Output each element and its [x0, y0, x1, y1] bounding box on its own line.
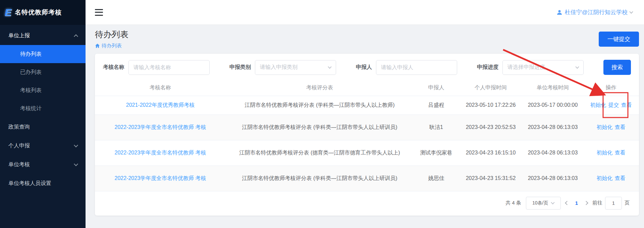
next-page-icon[interactable] — [584, 201, 588, 205]
table-row: 2022-2023学年度全市名特优教师 考核 江阴市名特优教师考核评分表 (德育… — [95, 140, 639, 166]
assessment-name-link[interactable]: 2022-2023学年度全市名特优教师 考核 — [115, 175, 206, 181]
applicant-cell: 姚思佳 — [414, 166, 459, 191]
apply-type-select[interactable]: 请输入申报类别 — [255, 60, 336, 75]
sidebar-item-unit-report[interactable]: 单位上报 — [0, 26, 86, 45]
unit-time-cell: 2023-04-28 06:13:03 — [523, 115, 583, 140]
sidebar-item-label: 单位上报 — [8, 32, 30, 39]
sidebar-item-unit-assessment[interactable]: 单位考核 — [0, 155, 86, 174]
user-menu[interactable]: 杜佳宁@江阴行知云学校 — [556, 8, 633, 16]
apply-progress-select[interactable]: 请选择申报进度 — [502, 60, 584, 75]
sidebar-item-todo-list[interactable]: 待办列表 — [0, 45, 86, 63]
view-link[interactable]: 查看 — [621, 101, 632, 109]
init-link[interactable]: 初始化 — [590, 101, 606, 109]
total-count: 共 4 条 — [505, 200, 521, 206]
score-form-cell: 江阴市名特优教师考核评分表 (学科类—江阴市带头人以上教师) — [226, 96, 414, 115]
chevron-down-icon — [575, 65, 579, 69]
sidebar-item-done-list[interactable]: 已办列表 — [0, 63, 86, 81]
operations-cell: 初始化 提交 查看 — [586, 101, 636, 109]
goto-page-input[interactable] — [605, 197, 622, 210]
chevron-down-icon — [74, 162, 78, 166]
app-root: E 名特优教师考核 单位上报 待办列表 已办列表 考核列表 考核统计 政策查询 — [0, 0, 644, 228]
page-title: 待办列表 — [95, 29, 128, 40]
sidebar-item-assessment-stats[interactable]: 考核统计 — [0, 99, 86, 118]
filter-label: 申报类别 — [229, 64, 251, 71]
view-link[interactable]: 查看 — [615, 149, 626, 157]
sidebar-item-label: 考核列表 — [20, 87, 42, 94]
user-name: 杜佳宁@江阴行知云学校 — [565, 8, 628, 16]
assessment-name-link[interactable]: 2022-2023学年度全市名特优教师 考核 — [115, 150, 206, 155]
unit-time-cell: 2023-05-17 00:00:00 — [523, 96, 583, 115]
filter-label: 申报人 — [356, 64, 372, 71]
table-row: 2022-2023学年度全市名特优教师 考核 江阴市名特优教师考核评分表 (学科… — [95, 115, 639, 140]
chevron-down-icon — [328, 65, 331, 69]
sidebar-item-label: 已办列表 — [20, 69, 42, 76]
chevron-down-icon — [74, 143, 78, 147]
operations-cell: 初始化 查看 — [586, 123, 636, 131]
sidebar-item-label: 政策查询 — [8, 124, 30, 131]
breadcrumb-item: 待办列表 — [102, 43, 122, 49]
init-link[interactable]: 初始化 — [597, 174, 613, 182]
breadcrumb[interactable]: 待办列表 — [95, 43, 128, 49]
page-header: 待办列表 待办列表 一键提交 — [95, 29, 639, 49]
chevron-down-icon — [551, 200, 555, 204]
applicant-cell: 耿洁1 — [414, 115, 459, 140]
col-apply-time: 个人申报时间 — [459, 80, 523, 96]
filter-bar: 考核名称 申报类别 请输入申报类别 申报人 — [95, 54, 639, 80]
goto-label: 前往 — [592, 200, 602, 206]
unit-time-cell: 2023-04-28 06:13:03 — [523, 166, 583, 191]
col-score-form: 考核评分表 — [226, 80, 414, 96]
select-placeholder: 请输入申报类别 — [260, 64, 298, 71]
sidebar-item-personal-apply[interactable]: 个人申报 — [0, 136, 86, 155]
filter-applicant: 申报人 — [356, 60, 457, 75]
chevron-up-icon — [74, 34, 78, 39]
col-operations: 操作 — [583, 80, 639, 96]
sidebar-item-label: 个人申报 — [8, 142, 30, 149]
sidebar-item-unit-assessor-settings[interactable]: 单位考核人员设置 — [0, 174, 86, 193]
operations-cell: 初始化 查看 — [586, 174, 636, 182]
sidebar-item-assessment-list[interactable]: 考核列表 — [0, 81, 86, 99]
page-size-select[interactable]: 10条/页 — [526, 197, 561, 210]
home-icon — [95, 43, 100, 48]
user-icon — [556, 9, 562, 15]
todo-table: 考核名称 考核评分表 申报人 个人申报时间 单位考核时间 操作 2021-202… — [95, 80, 639, 191]
prev-page-icon[interactable] — [565, 201, 569, 205]
score-form-cell: 江阴市名特优教师考核评分表 (德育类—江阴市德育工作带头人以上) — [226, 140, 414, 166]
operations-cell: 初始化 查看 — [586, 149, 636, 157]
view-link[interactable]: 查看 — [615, 123, 626, 131]
init-link[interactable]: 初始化 — [597, 123, 613, 131]
applicant-input[interactable] — [376, 60, 457, 75]
todo-card: 考核名称 申报类别 请输入申报类别 申报人 — [95, 54, 639, 216]
score-form-cell: 江阴市名特优教师考核评分表 (学科类—江阴市带头人以上研训员) — [226, 115, 414, 140]
score-form-cell: 江阴市名特优教师考核评分表 (学科类—江阴市带头人以上研训员) — [226, 166, 414, 191]
filter-label: 考核名称 — [103, 64, 124, 71]
table-header-row: 考核名称 考核评分表 申报人 个人申报时间 单位考核时间 操作 — [95, 80, 639, 96]
submit-link[interactable]: 提交 — [608, 101, 619, 109]
page-unit-label: 页 — [625, 200, 630, 206]
goto-page: 前往 页 — [592, 197, 630, 210]
app-logo-icon: E — [5, 7, 11, 18]
chevron-down-icon — [629, 10, 633, 13]
view-link[interactable]: 查看 — [615, 174, 626, 182]
current-page[interactable]: 1 — [573, 200, 580, 206]
init-link[interactable]: 初始化 — [597, 149, 613, 157]
sidebar: E 名特优教师考核 单位上报 待办列表 已办列表 考核列表 考核统计 政策查询 — [0, 0, 86, 228]
assessment-name-link[interactable]: 2022-2023学年度全市名特优教师 考核 — [115, 124, 206, 130]
filter-label: 申报进度 — [477, 64, 498, 71]
filter-apply-progress: 申报进度 请选择申报进度 — [477, 60, 584, 75]
apply-time-cell: 2023-05-10 17:22:26 — [459, 96, 523, 115]
assessment-name-input[interactable] — [128, 60, 210, 75]
filter-assessment-name: 考核名称 — [103, 60, 210, 75]
assessment-name-link[interactable]: 2021-2022年度优秀教师考核 — [126, 102, 195, 108]
col-applicant: 申报人 — [414, 80, 459, 96]
app-title: 名特优教师考核 — [15, 8, 62, 17]
col-unit-time: 单位考核时间 — [523, 80, 583, 96]
submit-all-button[interactable]: 一键提交 — [599, 32, 639, 47]
apply-time-cell: 2023-04-23 16:15:10 — [459, 140, 523, 166]
table-row: 2021-2022年度优秀教师考核 江阴市名特优教师考核评分表 (学科类—江阴市… — [95, 96, 639, 115]
sidebar-item-label: 考核统计 — [20, 105, 42, 112]
applicant-cell: 测试李倪家巷 — [414, 140, 459, 166]
sidebar-fold-icon[interactable] — [95, 9, 103, 16]
sidebar-item-policy-query[interactable]: 政策查询 — [0, 118, 86, 136]
apply-time-cell: 2023-04-23 20:52:53 — [459, 115, 523, 140]
search-button[interactable]: 搜索 — [603, 60, 631, 75]
